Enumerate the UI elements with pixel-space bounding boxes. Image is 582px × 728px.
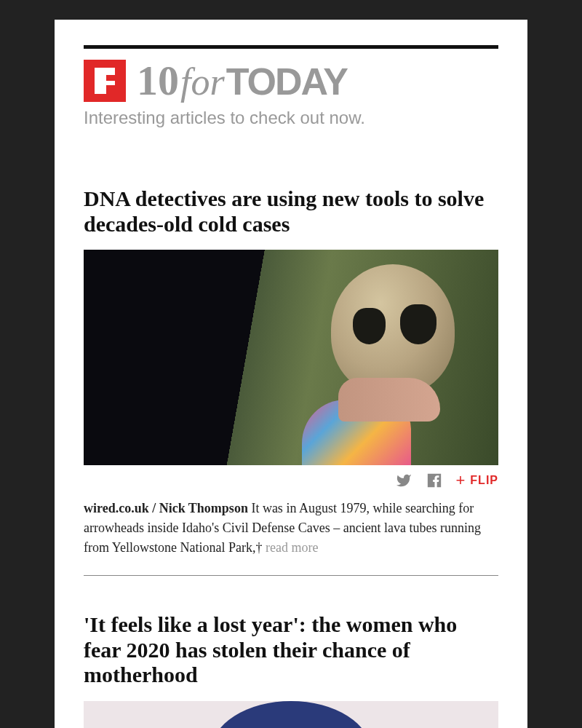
tagline: Interesting articles to check out now. (84, 108, 498, 128)
article-title[interactable]: DNA detectives are using new tools to so… (84, 186, 498, 237)
brand-number: 10 (137, 60, 179, 102)
flipboard-f-icon (95, 68, 115, 94)
article-image[interactable] (84, 250, 498, 465)
social-row: + FLIP (84, 472, 498, 488)
brand-for: for (180, 63, 225, 101)
article-divider (84, 575, 498, 576)
facebook-icon[interactable] (426, 472, 442, 488)
image-skull-shape (331, 264, 455, 395)
plus-icon: + (455, 472, 466, 488)
flip-label: FLIP (470, 474, 498, 487)
article-image[interactable] (84, 701, 498, 729)
read-more-link[interactable]: read more (266, 540, 318, 555)
flipboard-logo[interactable] (84, 60, 126, 102)
image-hand-shape (338, 378, 440, 422)
flip-button[interactable]: + FLIP (455, 472, 498, 488)
header: 10 for TODAY (84, 60, 498, 102)
page-container: 10 for TODAY Interesting articles to che… (55, 20, 527, 728)
article-body: wired.co.uk / Nick Thompson It was in Au… (84, 499, 498, 558)
twitter-icon[interactable] (394, 472, 413, 488)
brand-text: 10 for TODAY (137, 60, 347, 102)
article-title[interactable]: 'It feels like a lost year': the women w… (84, 612, 498, 688)
brand-today: TODAY (226, 63, 347, 100)
top-border-bar (84, 45, 498, 49)
article-byline[interactable]: wired.co.uk / Nick Thompson (84, 501, 248, 515)
